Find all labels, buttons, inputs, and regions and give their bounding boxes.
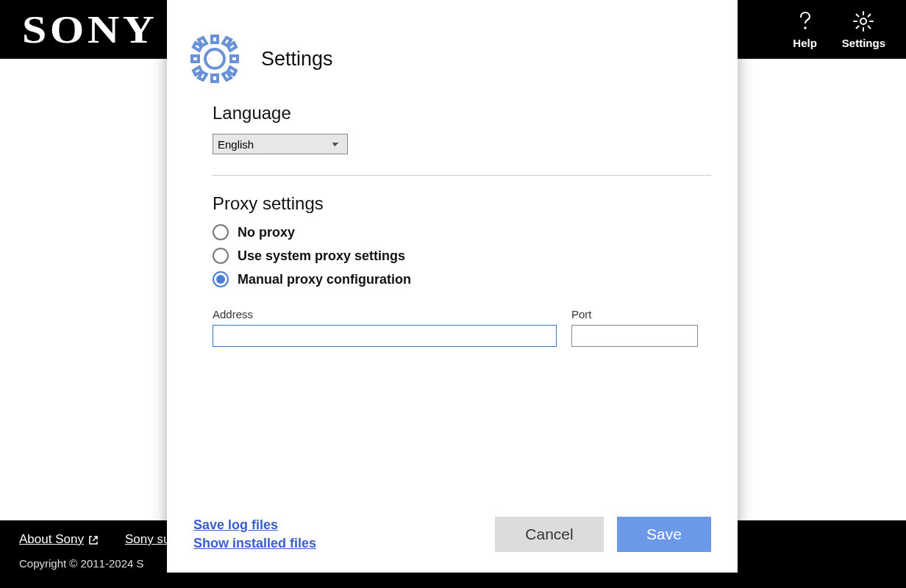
radio-indicator: [213, 224, 229, 240]
dialog-footer: Save log files Show installed files Canc…: [167, 517, 738, 573]
dialog-header: Settings: [167, 0, 738, 96]
nav-help[interactable]: Help: [793, 10, 817, 49]
radio-indicator: [213, 271, 229, 287]
address-input[interactable]: [213, 325, 557, 347]
brand-logo: SONY: [22, 8, 158, 51]
address-field: Address: [213, 308, 557, 347]
nav-help-label: Help: [793, 37, 817, 49]
svg-line-6: [857, 14, 859, 16]
svg-point-1: [860, 18, 866, 24]
svg-line-9: [868, 14, 871, 16]
address-label: Address: [213, 308, 557, 320]
gear-icon: [853, 10, 874, 32]
cancel-button[interactable]: Cancel: [495, 517, 604, 552]
svg-line-7: [868, 26, 871, 28]
port-label: Port: [571, 308, 698, 320]
radio-dot: [216, 275, 225, 284]
footer-link-about-label: About Sony: [19, 532, 84, 547]
proxy-radio-group: No proxy Use system proxy settings Manua…: [213, 224, 711, 287]
header-nav: Help Settings: [793, 10, 885, 49]
svg-line-8: [857, 26, 859, 28]
footer-link-about[interactable]: About Sony: [19, 532, 99, 547]
nav-settings-label: Settings: [842, 37, 885, 49]
footer-link-support[interactable]: Sony su: [125, 532, 170, 547]
radio-system-proxy-label: Use system proxy settings: [238, 248, 405, 264]
nav-settings[interactable]: Settings: [842, 10, 885, 49]
svg-point-0: [804, 26, 807, 29]
radio-no-proxy[interactable]: No proxy: [213, 224, 711, 240]
section-divider: [213, 175, 711, 176]
link-save-log-files[interactable]: Save log files: [193, 517, 316, 533]
svg-point-10: [205, 49, 224, 68]
footer-link-support-label: Sony su: [125, 532, 170, 547]
save-button[interactable]: Save: [617, 517, 711, 552]
radio-no-proxy-label: No proxy: [238, 225, 295, 240]
settings-dialog: Settings Language English Proxy settings…: [167, 0, 738, 573]
radio-manual-proxy-label: Manual proxy configuration: [238, 272, 411, 287]
gear-icon: [188, 32, 242, 86]
proxy-section-label: Proxy settings: [213, 193, 711, 214]
help-icon: [796, 10, 815, 32]
radio-system-proxy[interactable]: Use system proxy settings: [213, 248, 711, 264]
language-select[interactable]: English: [213, 134, 348, 154]
proxy-address-port-row: Address Port: [213, 308, 711, 347]
dialog-title: Settings: [261, 48, 333, 71]
external-link-icon: [88, 534, 99, 545]
port-input[interactable]: [571, 325, 698, 347]
dialog-footer-links: Save log files Show installed files: [193, 517, 316, 551]
port-field: Port: [571, 308, 698, 347]
link-show-installed-files[interactable]: Show installed files: [193, 536, 316, 551]
dialog-footer-buttons: Cancel Save: [495, 517, 711, 552]
dialog-body: Language English Proxy settings No proxy…: [167, 96, 738, 517]
language-section-label: Language: [213, 103, 711, 123]
radio-indicator: [213, 248, 229, 264]
radio-manual-proxy[interactable]: Manual proxy configuration: [213, 271, 711, 287]
